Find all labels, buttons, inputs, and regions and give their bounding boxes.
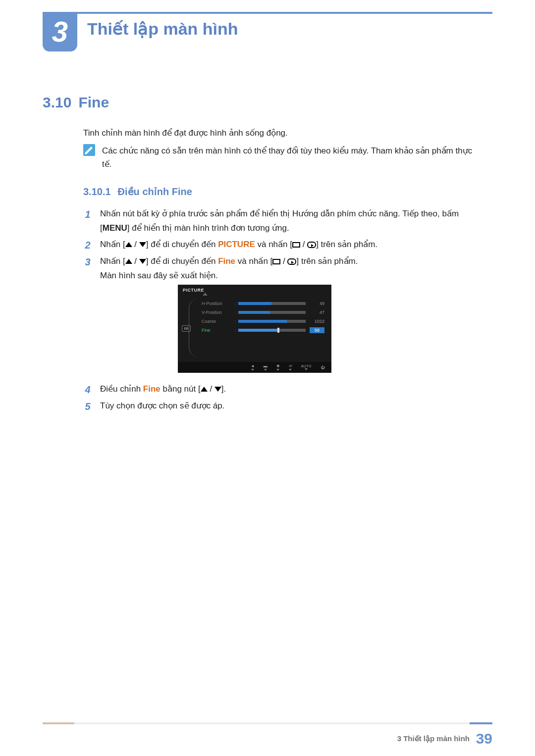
osd-title: PICTURE <box>183 288 204 293</box>
header-rule <box>43 12 492 14</box>
osd-value-active: 58 <box>310 327 324 333</box>
osd-row-fine: Fine : 58 <box>202 326 324 334</box>
osd-minus-icon: ▬ <box>264 364 268 371</box>
osd-value: 47 <box>310 310 324 315</box>
down-arrow-icon <box>139 259 146 264</box>
step-number: 1 <box>83 207 92 236</box>
step-1: 1 Nhấn nút bất kỳ ở phía trước sản phẩm … <box>83 207 480 236</box>
osd-slider <box>238 320 306 323</box>
step-3: 3 Nhấn [ / ] để di chuyển đến Fine và nh… <box>83 254 480 283</box>
subsection-heading: 3.10.1Điều chỉnh Fine <box>83 186 192 198</box>
note-icon <box>83 144 95 156</box>
subsection-number: 3.10.1 <box>83 186 111 197</box>
osd-auto-label: AUTO <box>301 364 312 370</box>
osd-scroll-up-icon <box>203 293 208 296</box>
step-number: 5 <box>83 399 92 414</box>
osd-slider-active <box>238 329 306 332</box>
enter-icon <box>307 242 316 248</box>
step-5: 5 Tùy chọn được chọn sẽ được áp. <box>83 399 480 414</box>
step-number: 3 <box>83 254 92 283</box>
footer-rule <box>43 722 492 724</box>
page: 3 Thiết lập màn hình 3.10Fine Tinh chỉnh… <box>0 0 535 756</box>
fine-keyword: Fine <box>143 384 160 394</box>
step-text: Nhấn [ / ] để di chuyển đến PICTURE và n… <box>100 238 480 252</box>
step-2: 2 Nhấn [ / ] để di chuyển đến PICTURE và… <box>83 238 480 252</box>
osd-slider <box>238 302 306 305</box>
step-text: Điều chỉnh Fine bằng nút [ / ]. <box>100 382 480 397</box>
section-number: 3.10 <box>43 94 71 110</box>
osd-label: Coarse <box>202 319 232 324</box>
osd-category-icon <box>182 325 191 332</box>
display-icon <box>272 259 280 264</box>
osd-value: 49 <box>310 301 324 306</box>
osd-slider <box>238 311 306 314</box>
footer-text: 3 Thiết lập màn hình <box>397 734 470 743</box>
note-block: Các chức năng có sẵn trên màn hình có th… <box>83 144 480 171</box>
footer-rule-accent <box>43 722 74 724</box>
osd-row-vposition: V-Position : 47 <box>202 308 324 316</box>
osd-plus-icon: ✚ <box>276 364 280 371</box>
down-arrow-icon <box>139 242 146 247</box>
step-4: 4 Điều chỉnh Fine bằng nút [ / ]. <box>83 382 480 397</box>
osd-label: V-Position <box>202 310 232 315</box>
step-text: Nhấn [ / ] để di chuyển đến Fine và nhấn… <box>100 254 480 283</box>
down-arrow-icon <box>214 387 221 392</box>
section-intro: Tinh chỉnh màn hình để đạt được hình ảnh… <box>83 128 480 138</box>
up-arrow-icon <box>125 242 132 247</box>
page-number: 39 <box>476 730 492 747</box>
step-text: Nhấn nút bất kỳ ở phía trước sản phẩm để… <box>100 207 480 236</box>
osd-power-icon: ⏻ <box>321 365 324 370</box>
osd-back-icon: ◄ <box>251 364 255 371</box>
osd-row-hposition: H-Position : 49 <box>202 300 324 307</box>
osd-value: 1022 <box>310 319 324 324</box>
chapter-number: 3 <box>52 17 68 46</box>
enter-icon <box>287 258 296 265</box>
step-number: 4 <box>83 382 92 397</box>
osd-screenshot: PICTURE H-Position : 49 V-Position : 47 … <box>178 285 331 373</box>
steps-list: 1 Nhấn nút bất kỳ ở phía trước sản phẩm … <box>83 207 480 285</box>
osd-label-active: Fine <box>202 328 232 333</box>
osd-label: H-Position <box>202 301 232 306</box>
step-number: 2 <box>83 238 92 252</box>
note-text: Các chức năng có sẵn trên màn hình có th… <box>102 144 480 171</box>
chapter-title: Thiết lập màn hình <box>87 19 238 39</box>
osd-footer: ◄ ▬ ✚ ⏎ AUTO ⏻ <box>178 362 331 373</box>
step-text: Tùy chọn được chọn sẽ được áp. <box>100 399 480 414</box>
steps-list-continued: 4 Điều chỉnh Fine bằng nút [ / ]. 5 Tùy … <box>83 382 480 416</box>
display-icon <box>292 242 300 248</box>
picture-keyword: PICTURE <box>218 240 255 249</box>
subsection-title: Điều chỉnh Fine <box>118 186 192 197</box>
section-title: Fine <box>78 94 109 110</box>
osd-enter-icon: ⏎ <box>289 364 292 371</box>
chapter-badge: 3 <box>43 12 77 51</box>
section-heading: 3.10Fine <box>43 94 109 111</box>
osd-row-coarse: Coarse : 1022 <box>202 317 324 325</box>
fine-keyword: Fine <box>218 256 235 266</box>
menu-keyword: MENU <box>103 223 127 233</box>
up-arrow-icon <box>201 387 208 392</box>
up-arrow-icon <box>125 259 132 264</box>
